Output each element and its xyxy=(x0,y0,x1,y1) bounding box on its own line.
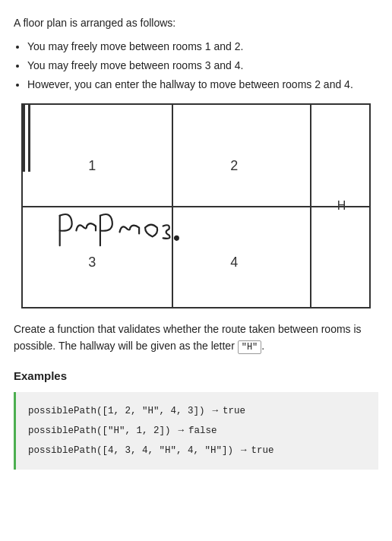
door-2-H xyxy=(23,138,30,155)
bullet-item-3: However, you can enter the hallway to mo… xyxy=(27,77,378,93)
svg-point-0 xyxy=(175,236,179,240)
door-3-4 xyxy=(23,122,30,138)
example-1-arrow: → xyxy=(210,405,223,416)
room-3-label: 3 xyxy=(88,252,96,273)
bullet-item-2: You may freely move between rooms 3 and … xyxy=(27,58,378,74)
examples-heading: Examples xyxy=(14,368,378,385)
room-2-label: 2 xyxy=(230,155,238,176)
example-3-arrow: → xyxy=(239,445,251,455)
bullet-item-1: You may freely move between rooms 1 and … xyxy=(27,39,378,55)
room-H-label: H xyxy=(337,197,346,215)
hallway-code: "H" xyxy=(238,340,262,354)
intro-text: A floor plan is arranged as follows: xyxy=(14,15,378,31)
vertical-divider-right xyxy=(310,105,311,307)
example-3-result: true xyxy=(251,445,274,456)
examples-block: possiblePath([1, 2, "H", 4, 3]) → true p… xyxy=(14,392,378,470)
horizontal-divider xyxy=(23,206,369,207)
example-1-call: possiblePath([1, 2, "H", 4, 3]) xyxy=(28,406,205,416)
room-1-label: 1 xyxy=(88,155,96,176)
example-2-call: possiblePath(["H", 1, 2]) xyxy=(28,426,171,436)
example-line-2: possiblePath(["H", 1, 2]) → false xyxy=(28,421,366,441)
example-line-3: possiblePath([4, 3, 4, "H", 4, "H"]) → t… xyxy=(28,441,366,460)
room-4-label: 4 xyxy=(230,252,238,273)
door-4-H xyxy=(23,155,30,172)
vertical-divider-main xyxy=(172,105,173,307)
description-part1: Create a function that validates whether… xyxy=(14,323,362,352)
example-3-call: possiblePath([4, 3, 4, "H", 4, "H"]) xyxy=(28,445,233,456)
bullet-list: You may freely move between rooms 1 and … xyxy=(27,39,378,93)
description-text: Create a function that validates whether… xyxy=(14,321,378,356)
door-1-2 xyxy=(23,105,30,122)
example-1-result: true xyxy=(223,406,245,416)
example-2-result: false xyxy=(188,426,217,436)
floor-plan: 1 2 3 4 H xyxy=(21,103,371,308)
example-2-arrow: → xyxy=(176,425,188,435)
example-line-1: possiblePath([1, 2, "H", 4, 3]) → true xyxy=(28,401,366,421)
description-part2: . xyxy=(261,340,264,352)
